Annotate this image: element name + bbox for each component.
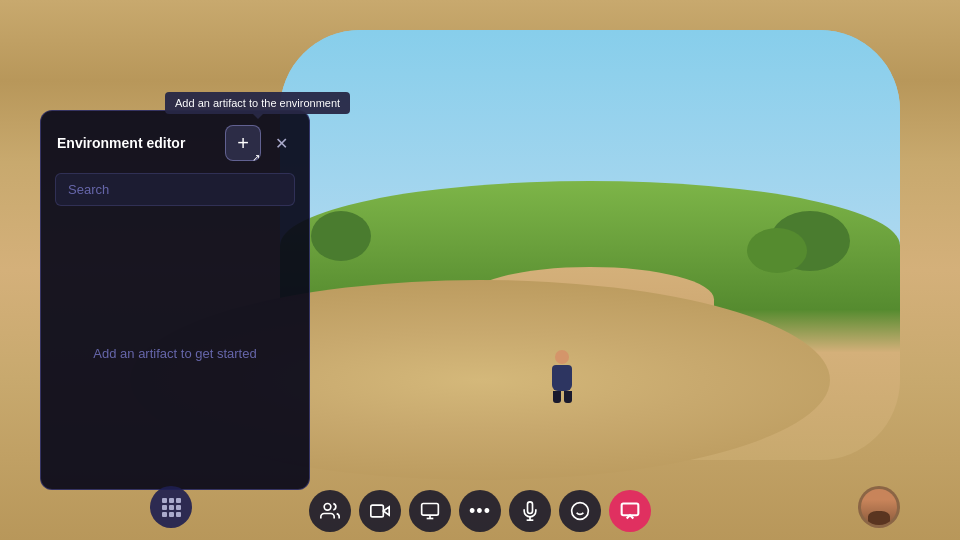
panel-content: Add an artifact to get started: [41, 218, 309, 489]
mic-button[interactable]: [509, 490, 551, 532]
svg-rect-3: [422, 504, 439, 516]
add-artifact-button[interactable]: + ↗: [225, 125, 261, 161]
panel-actions: + ↗ ✕: [225, 125, 293, 161]
toolbar-left: [150, 486, 192, 528]
svg-rect-11: [622, 504, 639, 516]
camera-icon: [370, 501, 390, 521]
people-button[interactable]: [309, 490, 351, 532]
toolbar-right: [858, 486, 900, 528]
scene-avatar: [547, 350, 577, 400]
svg-point-0: [324, 504, 331, 511]
cursor-icon: ↗: [252, 152, 264, 164]
main-toolbar: •••: [309, 490, 651, 532]
search-input[interactable]: [55, 173, 295, 206]
emoji-icon: [570, 501, 590, 521]
more-button[interactable]: •••: [459, 490, 501, 532]
panel-header: Environment editor + ↗ ✕: [41, 111, 309, 173]
trees-right2: [747, 228, 807, 273]
trees-left: [311, 211, 371, 261]
more-icon: •••: [469, 501, 491, 522]
emoji-button[interactable]: [559, 490, 601, 532]
search-area: [41, 173, 309, 218]
empty-state-message: Add an artifact to get started: [93, 346, 256, 361]
svg-marker-1: [383, 507, 389, 515]
panel-title: Environment editor: [57, 135, 185, 151]
svg-point-8: [572, 503, 589, 520]
add-artifact-tooltip: Add an artifact to the environment: [165, 92, 350, 114]
plus-icon: +: [237, 133, 249, 153]
close-button[interactable]: ✕: [269, 131, 293, 155]
grid-icon: [162, 498, 181, 517]
grid-button[interactable]: [150, 486, 192, 528]
tooltip-text: Add an artifact to the environment: [175, 97, 340, 109]
user-avatar-button[interactable]: [858, 486, 900, 528]
camera-button[interactable]: [359, 490, 401, 532]
people-icon: [320, 501, 340, 521]
screen-icon: [420, 501, 440, 521]
share-button[interactable]: [609, 490, 651, 532]
mic-icon: [520, 501, 540, 521]
svg-rect-2: [371, 505, 384, 517]
avatar-face: [861, 489, 897, 525]
environment-editor-panel: Environment editor + ↗ ✕ Add an artifact…: [40, 110, 310, 490]
screen-share-button[interactable]: [409, 490, 451, 532]
share-icon: [620, 501, 640, 521]
